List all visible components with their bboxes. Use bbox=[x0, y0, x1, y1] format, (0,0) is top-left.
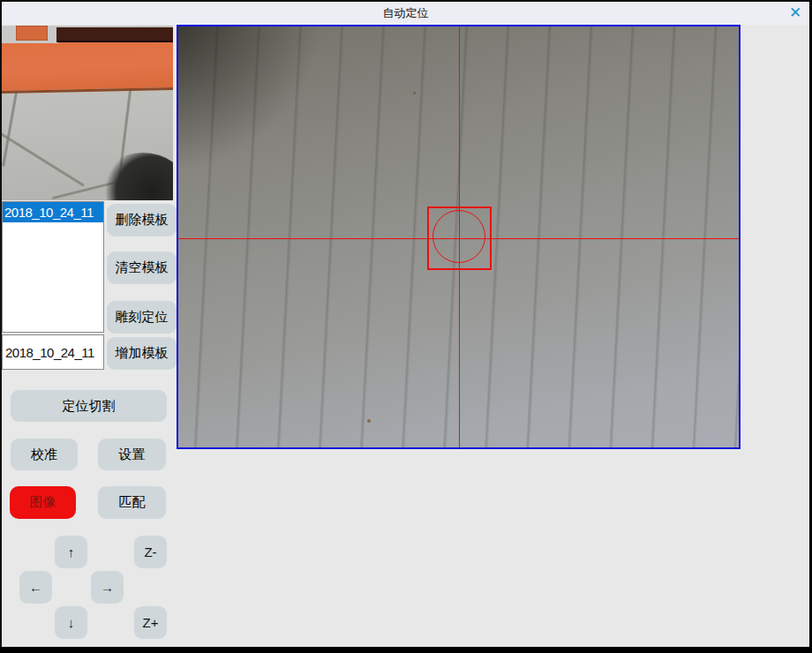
match-button[interactable]: 匹配 bbox=[98, 486, 166, 519]
tile-grout-line bbox=[2, 128, 85, 186]
template-list[interactable]: 2018_10_24_11 bbox=[2, 201, 104, 333]
template-list-item[interactable]: 2018_10_24_11 bbox=[3, 202, 103, 222]
dark-object bbox=[101, 153, 173, 200]
target-circle bbox=[432, 210, 485, 263]
orange-board bbox=[2, 37, 173, 94]
engrave-position-button[interactable]: 雕刻定位 bbox=[107, 301, 177, 334]
close-icon[interactable]: ✕ bbox=[786, 3, 805, 24]
jog-down-button[interactable]: ↓ bbox=[55, 606, 87, 639]
camera-feed bbox=[178, 26, 739, 447]
clear-templates-button[interactable]: 清空模板 bbox=[107, 251, 177, 284]
dark-band bbox=[56, 27, 173, 42]
calibrate-button[interactable]: 校准 bbox=[11, 439, 78, 470]
jog-up-button[interactable]: ↑ bbox=[55, 536, 87, 568]
auto-position-dialog: 自动定位 ✕ 2018_10_24_11 删除模板 清空模板 雕刻定位 增加模板… bbox=[0, 0, 809, 647]
jog-z-plus-button[interactable]: Z+ bbox=[134, 606, 167, 639]
tile-grout-line bbox=[2, 87, 19, 166]
template-preview-image bbox=[2, 26, 173, 200]
image-button[interactable]: 图像 bbox=[10, 486, 76, 519]
camera-speck bbox=[367, 419, 371, 423]
camera-view bbox=[177, 25, 741, 449]
jog-right-button[interactable]: → bbox=[91, 571, 124, 604]
title-bar: 自动定位 ✕ bbox=[2, 2, 809, 25]
jog-z-minus-button[interactable]: Z- bbox=[134, 536, 167, 568]
jog-left-button[interactable]: ← bbox=[19, 571, 52, 604]
camera-speck bbox=[413, 92, 416, 94]
position-cut-button[interactable]: 定位切割 bbox=[11, 390, 167, 422]
add-template-button[interactable]: 增加模板 bbox=[107, 337, 177, 370]
template-name-input[interactable] bbox=[2, 334, 104, 370]
settings-button[interactable]: 设置 bbox=[98, 439, 166, 470]
delete-template-button[interactable]: 删除模板 bbox=[107, 204, 177, 236]
dialog-title: 自动定位 bbox=[2, 2, 809, 25]
orange-block bbox=[16, 26, 48, 41]
